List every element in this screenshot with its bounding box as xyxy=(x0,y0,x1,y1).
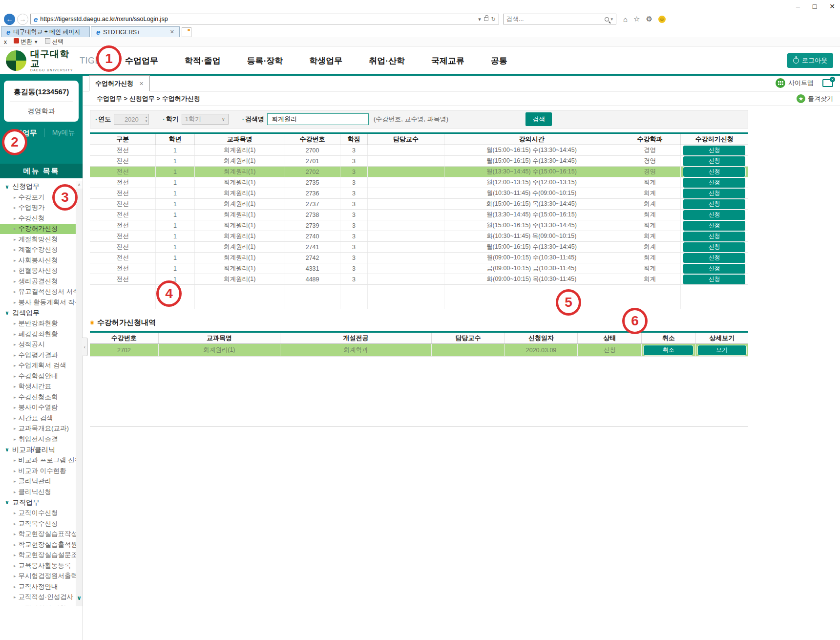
sidebar-item[interactable]: ▸교직적성·인성검사 xyxy=(5,592,76,603)
apply-button[interactable]: 신청 xyxy=(683,146,745,155)
search-button[interactable]: 검색 xyxy=(525,112,552,126)
sidebar-item[interactable]: ▸수강신청조회 xyxy=(5,392,76,403)
apply-button[interactable]: 신청 xyxy=(683,156,745,166)
sidebar-item[interactable]: ▸학교현장실습출석원 xyxy=(5,539,76,550)
top-nav-item-6[interactable]: 공통 xyxy=(491,55,507,66)
table-row[interactable]: 2702회계원리(1)회계학과2020.03.09신청취소보기 xyxy=(90,344,748,357)
favorites-star-icon[interactable]: ☆ xyxy=(633,15,640,23)
sidebar-item[interactable]: ▸헌혈봉사신청 xyxy=(5,266,76,277)
sidebar-item[interactable]: ▸계절수강신청 xyxy=(5,245,76,256)
sidebar-item[interactable]: ▸생리공결신청 xyxy=(5,276,76,287)
view-button[interactable]: 보기 xyxy=(698,345,746,355)
gear-icon[interactable]: ⚙ xyxy=(646,15,652,23)
sidebar-item[interactable]: ▸교직사정안내 xyxy=(5,581,76,592)
table-row[interactable]: 전선1회계원리(1)27393월(15:00~16:15) 수(13:30~14… xyxy=(90,220,748,231)
table-row[interactable]: 전선1회계원리(1)27423월(09:00~10:15) 수(10:30~11… xyxy=(90,253,748,263)
sidebar-item[interactable]: ▸수업계획서 검색 xyxy=(5,361,76,371)
spinner-arrows-icon[interactable]: ▴▾ xyxy=(146,115,147,123)
sidebar-tab-mymenu[interactable]: My메뉴 xyxy=(52,128,75,137)
sidebar-item[interactable]: ▸수업평가결과 xyxy=(5,350,76,361)
sidebar-scrollbar[interactable]: ∧ ∨ xyxy=(76,181,83,606)
sidebar-item[interactable]: ▸클리닉신청 xyxy=(5,487,76,497)
table-row[interactable]: 전선1회계원리(1)44893화(09:00~10:15) 목(10:30~11… xyxy=(90,274,748,285)
logout-button[interactable]: 로그아웃 xyxy=(787,53,833,68)
autocomplete-caret-icon[interactable]: ▾ xyxy=(478,16,481,22)
sidebar-item[interactable]: ▸성적공시 xyxy=(5,340,76,350)
apply-button[interactable]: 신청 xyxy=(683,210,745,220)
keyword-input[interactable]: 회계원리 xyxy=(267,113,369,125)
sidebar-item[interactable]: ▸사회봉사신청 xyxy=(5,255,76,266)
apply-button[interactable]: 신청 xyxy=(683,189,745,198)
apply-button[interactable]: 신청 xyxy=(683,242,745,252)
table-row[interactable]: 전선1회계원리(1)27373화(15:00~16:15) 목(13:30~14… xyxy=(90,199,748,210)
sidebar-item[interactable]: ▸비교과 이수현황 xyxy=(5,466,76,476)
table-row[interactable]: 전선1회계원리(1)27013월(15:00~16:15) 수(13:30~14… xyxy=(90,156,748,167)
back-button[interactable]: ← xyxy=(4,14,15,25)
address-bar[interactable]: e https://tigersstd.daegu.ac.kr/nxrun/ss… xyxy=(30,14,499,24)
scroll-up-icon[interactable]: ∧ xyxy=(76,181,83,189)
sitemap-button[interactable]: 사이트맵 xyxy=(776,78,814,88)
sidebar-item[interactable]: ▸유고결석신청서 서식 xyxy=(5,287,76,298)
sidebar-item[interactable]: ▸폐강강좌현황 xyxy=(5,329,76,340)
sidebar-item[interactable]: ▸학교현장실습표작성 xyxy=(5,529,76,540)
semester-select[interactable]: 1학기 ∨ xyxy=(182,114,229,125)
search-icon[interactable] xyxy=(605,17,609,21)
select-button[interactable]: 선택 xyxy=(45,38,63,46)
sidebar-item[interactable]: ▸수강학점안내 xyxy=(5,371,76,382)
top-nav-item-0[interactable]: 수업업무 xyxy=(125,55,158,66)
tab-close-icon[interactable]: ✕ xyxy=(170,29,174,35)
apply-button[interactable]: 신청 xyxy=(683,178,745,188)
table-row[interactable]: 전선1회계원리(1)27363월(10:30~11:45) 수(09:00~10… xyxy=(90,188,748,199)
browser-tab-stdtigers[interactable]: e STDTIGERS+ ✕ xyxy=(91,26,180,37)
top-nav-item-4[interactable]: 취업·산학 xyxy=(369,55,405,66)
top-nav-item-5[interactable]: 국제교류 xyxy=(431,55,464,66)
table-row[interactable]: 전선1회계원리(1)27413월(15:00~16:15) 수(13:30~14… xyxy=(90,242,748,253)
table-row[interactable]: 전선1회계원리(1)27023월(13:30~14:45) 수(15:00~16… xyxy=(90,167,748,177)
table-row[interactable]: 전선1회계원리(1)27353월(12:00~13:15) 수(12:00~13… xyxy=(90,177,748,188)
sidebar-item[interactable]: ▸분반강좌현황 xyxy=(5,319,76,329)
top-nav-item-3[interactable]: 학생업무 xyxy=(309,55,342,66)
apply-button[interactable]: 신청 xyxy=(683,253,745,263)
search-caret-icon[interactable]: ▾ xyxy=(610,17,613,21)
sidebar-item[interactable]: ▸교직복수신청 xyxy=(5,518,76,529)
sidebar-item[interactable]: ▸비교과 프로그램 신청 xyxy=(5,455,76,466)
sidebar-item[interactable]: ▸시간표 검색 xyxy=(5,413,76,424)
favorites-button[interactable]: ★ 즐겨찾기 xyxy=(797,94,833,103)
cancel-button[interactable]: 취소 xyxy=(644,345,693,355)
sidebar-item[interactable]: ▸교육봉사활동등록 xyxy=(5,560,76,571)
table-row[interactable]: 전선1회계원리(1)27003월(15:00~16:15) 수(13:30~14… xyxy=(90,145,748,156)
sidebar-item[interactable]: ▸수강허가신청 xyxy=(0,224,83,235)
sidebar-section[interactable]: ∨비교과/클리닉 xyxy=(5,445,76,455)
apply-button[interactable]: 신청 xyxy=(683,167,745,177)
page-tab-close-icon[interactable]: ✕ xyxy=(139,81,144,87)
top-nav-item-1[interactable]: 학적·졸업 xyxy=(185,55,221,66)
sidebar-item[interactable]: ▸무시험검정원서출력 xyxy=(5,571,76,582)
home-icon[interactable]: ⌂ xyxy=(623,15,628,23)
refresh-icon[interactable]: ↻ xyxy=(491,16,496,22)
sidebar-collapse-handle[interactable]: ‹ xyxy=(82,338,88,356)
apply-button[interactable]: 신청 xyxy=(683,232,745,241)
smiley-icon[interactable]: ☺ xyxy=(658,16,666,23)
close-all-windows-icon[interactable] xyxy=(822,79,833,87)
sidebar-item[interactable]: ▸교직이수신청 xyxy=(5,508,76,519)
browser-tab-main-page[interactable]: e 대구대학교 + 메인 페이지 xyxy=(1,26,90,37)
toolbar-close-button[interactable]: x xyxy=(4,39,7,45)
close-button[interactable]: ✕ xyxy=(829,2,835,10)
sidebar-item[interactable]: ▸학생시간표 xyxy=(5,382,76,392)
table-row[interactable]: 전선1회계원리(1)27383월(13:30~14:45) 수(15:00~16… xyxy=(90,210,748,220)
sidebar-item[interactable]: ▸봉사이수열람 xyxy=(5,403,76,413)
apply-button[interactable]: 신청 xyxy=(683,199,745,209)
sidebar-item[interactable]: ▸취업전자출결 xyxy=(5,434,76,445)
sidebar-item[interactable]: ▸봉사 활동계획서 작성 xyxy=(5,297,76,308)
sidebar-item[interactable]: ▸클리닉관리 xyxy=(5,476,76,487)
maximize-button[interactable]: □ xyxy=(813,2,817,10)
sidebar-item[interactable]: ▸수강신청 xyxy=(5,213,76,224)
apply-button[interactable]: 신청 xyxy=(683,275,745,284)
top-nav-item-2[interactable]: 등록·장학 xyxy=(247,55,283,66)
new-tab-button[interactable] xyxy=(182,27,191,37)
apply-button[interactable]: 신청 xyxy=(683,221,745,231)
sidebar-item[interactable]: ▸학교현장실습설문조사 xyxy=(5,550,76,561)
scroll-down-icon[interactable]: ∨ xyxy=(76,595,83,601)
minimize-button[interactable]: – xyxy=(796,2,800,10)
table-row[interactable]: 전선1회계원리(1)27403화(10:30~11:45) 목(09:00~10… xyxy=(90,231,748,242)
